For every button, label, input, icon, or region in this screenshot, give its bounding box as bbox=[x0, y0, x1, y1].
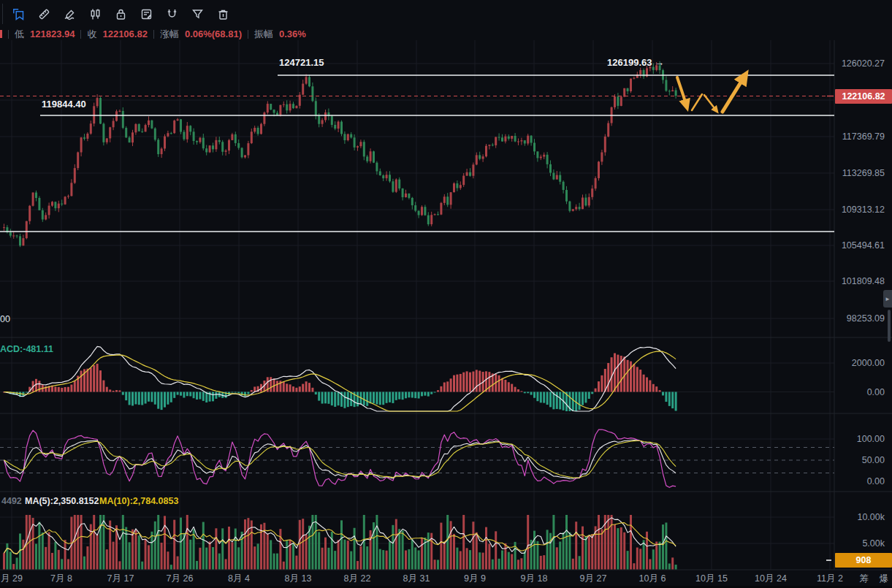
time-axis-label: 7月 8 bbox=[50, 573, 72, 585]
time-axis-label: 月 29 bbox=[1, 573, 23, 585]
resistance-lower-label[interactable]: 119844.40 bbox=[42, 99, 86, 110]
chips-button[interactable]: 筹 bbox=[860, 573, 869, 585]
burst-button[interactable]: 爆 bbox=[880, 573, 889, 585]
kdj-axis-label: 100.00 bbox=[857, 434, 885, 444]
time-axis-label: 8月 13 bbox=[285, 573, 312, 585]
time-axis-label: 10月 24 bbox=[755, 573, 787, 585]
time-axis-label: 8月 4 bbox=[228, 573, 250, 585]
price-axis-label: 101809.48 bbox=[842, 276, 885, 286]
macd-value-label: ACD:-481.11 bbox=[0, 344, 53, 354]
stray-overlay-text: 00 bbox=[0, 314, 10, 324]
volume-axis-label: 10.00k bbox=[857, 512, 885, 522]
time-axis-label: 10月 6 bbox=[639, 573, 666, 585]
time-axis-label: 9月 9 bbox=[464, 573, 486, 585]
macd-axis-label: 0.00 bbox=[867, 387, 885, 397]
time-axis-label: 11月 2 bbox=[817, 573, 843, 585]
price-axis-label: 113269.85 bbox=[842, 168, 885, 178]
time-axis-label: 7月 17 bbox=[107, 573, 134, 585]
last-volume-badge: 908 bbox=[835, 553, 892, 568]
volume-axis-label: 5.00k bbox=[862, 538, 885, 549]
resistance-upper-label[interactable]: 124721.15 bbox=[279, 57, 324, 68]
scrollbar-thumb[interactable] bbox=[888, 310, 891, 342]
time-axis-label: 8月 31 bbox=[403, 573, 430, 585]
price-axis-label: 98253.09 bbox=[847, 313, 885, 324]
price-axis-label: 117369.79 bbox=[842, 131, 885, 142]
kdj-axis-label: 0.00 bbox=[867, 476, 885, 486]
time-axis-label: 7月 26 bbox=[167, 573, 194, 585]
time-axis-label: 9月 27 bbox=[580, 573, 607, 585]
time-axis-label: 9月 18 bbox=[521, 573, 548, 585]
kdj-axis-label: 50.00 bbox=[862, 455, 885, 465]
panel-collapse-handle[interactable]: ► bbox=[883, 290, 892, 308]
price-axis-label: 126020.27 bbox=[842, 58, 885, 69]
volume-ma10-label: MA(10):2,784.0853 bbox=[99, 496, 178, 506]
time-axis-label: 10月 15 bbox=[695, 573, 728, 585]
swing-high-annotation[interactable]: 126199.63 → bbox=[607, 57, 664, 68]
time-axis-label: 8月 22 bbox=[344, 573, 371, 585]
price-axis-label: 109313.12 bbox=[842, 205, 885, 215]
volume-ma5-label: MA(5):2,350.8152 bbox=[25, 496, 99, 506]
volume-clipped-value: 4492 bbox=[1, 496, 22, 506]
trading-chart-app: 低 121823.94 收 122106.82 涨幅 0.06%(68.81) … bbox=[0, 0, 892, 588]
current-price-badge: 122106.82 bbox=[835, 89, 892, 104]
macd-axis-label: 2000.00 bbox=[852, 358, 885, 368]
price-axis-label: 105494.61 bbox=[842, 240, 885, 251]
